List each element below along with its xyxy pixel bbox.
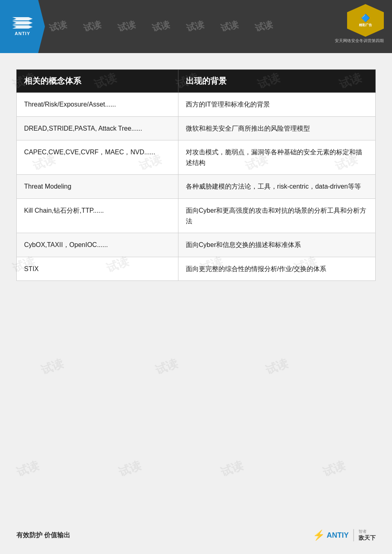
footer-right: ⚡ ANTIY 智者 敌天下 [313, 529, 376, 542]
table-cell-left-0: Threat/Risk/Exposure/Asset...... [17, 93, 178, 117]
table-cell-right-6: 面向更完整的综合性的情报分析/作业/交换的体系 [178, 257, 375, 281]
pwm-18: 试读 [116, 458, 143, 481]
table-cell-right-2: 对攻击模式，脆弱点，漏洞等各种基础的安全元素的标定和描述结构 [178, 140, 375, 175]
table-cell-right-1: 微软和相关安全厂商所推出的风险管理模型 [178, 116, 375, 140]
col2-header: 出现的背景 [178, 70, 375, 93]
pwm-17: 试读 [14, 458, 41, 481]
table-cell-right-5: 面向Cyber和信息交换的描述和标准体系 [178, 233, 375, 257]
pwm-20: 试读 [321, 458, 347, 481]
table-row: CybOX,TAXII，OpenIOC......面向Cyber和信息交换的描述… [17, 233, 376, 257]
wm-2: 试读 [82, 18, 102, 35]
header: ANTIY 试读 试读 试读 试读 试读 试读 试读 🔷 精彩广告 安天网络安全… [0, 0, 392, 53]
header-subtitle: 安天网络安全冬训营第四期 [335, 38, 384, 44]
table-cell-right-4: 面向Cyber和更高强度的攻击和对抗的场景的分析工具和分析方法 [178, 198, 375, 233]
logo-area: ANTIY [0, 0, 45, 53]
col1-header: 相关的概念体系 [17, 70, 178, 93]
table-cell-left-6: STIX [17, 257, 178, 281]
table-row: Threat Modeling各种威胁建模的方法论，工具，risk-centri… [17, 175, 376, 199]
table-row: Kill Chain,钻石分析,TTP......面向Cyber和更高强度的攻击… [17, 198, 376, 233]
table-header-row: 相关的概念体系 出现的背景 [17, 70, 376, 93]
table-cell-right-3: 各种威胁建模的方法论，工具，risk-centric，data-driven等等 [178, 175, 375, 199]
logo-chevrons [12, 17, 33, 29]
footer: 有效防护 价值输出 ⚡ ANTIY 智者 敌天下 [16, 529, 376, 542]
pwm-14: 试读 [39, 356, 66, 378]
table-cell-right-0: 西方的IT管理和标准化的背景 [178, 93, 375, 117]
chevron-1 [12, 17, 33, 20]
antiy-badge: 🔷 精彩广告 [347, 4, 384, 37]
wm-6: 试读 [219, 18, 240, 35]
data-table: 相关的概念体系 出现的背景 Threat/Risk/Exposure/Asset… [16, 69, 376, 281]
table-cell-left-3: Threat Modeling [17, 175, 178, 199]
table-row: Threat/Risk/Exposure/Asset......西方的IT管理和… [17, 93, 376, 117]
chevron-3 [12, 25, 33, 29]
main-content: 相关的概念体系 出现的背景 Threat/Risk/Exposure/Asset… [0, 53, 392, 293]
table-row: STIX面向更完整的综合性的情报分析/作业/交换的体系 [17, 257, 376, 281]
table-cell-left-5: CybOX,TAXII，OpenIOC...... [17, 233, 178, 257]
footer-left-text: 有效防护 价值输出 [16, 531, 70, 540]
wm-7: 试读 [254, 18, 274, 35]
table-row: DREAD,STRIDE,PASTA, Attack Tree......微软和… [17, 116, 376, 140]
footer-divider [353, 529, 354, 541]
wm-1: 试读 [48, 18, 68, 35]
chevron-2 [12, 21, 33, 24]
header-right-logo: 🔷 精彩广告 安天网络安全冬训营第四期 [335, 4, 384, 44]
lightning-icon: ⚡ [313, 530, 325, 541]
pwm-16: 试读 [263, 356, 290, 378]
header-watermarks: 试读 试读 试读 试读 试读 试读 试读 [0, 0, 392, 53]
table-row: CAPEC,CWE,CVE,CVRF，MAEC，NVD......对攻击模式，脆… [17, 140, 376, 175]
footer-logo-text: ANTIY [327, 531, 349, 540]
badge-inner: 🔷 精彩广告 [359, 13, 372, 27]
wm-5: 试读 [185, 18, 205, 35]
wm-4: 试读 [151, 18, 171, 35]
pwm-15: 试读 [153, 356, 180, 378]
logo-text: ANTIY [15, 31, 30, 36]
footer-brand-text: 敌天下 [359, 534, 376, 542]
table-cell-left-4: Kill Chain,钻石分析,TTP...... [17, 198, 178, 233]
table-cell-left-2: CAPEC,CWE,CVE,CVRF，MAEC，NVD...... [17, 140, 178, 175]
table-cell-left-1: DREAD,STRIDE,PASTA, Attack Tree...... [17, 116, 178, 140]
pwm-19: 试读 [218, 458, 245, 481]
wm-3: 试读 [116, 18, 137, 35]
footer-brand-small: 智者 [359, 529, 367, 534]
